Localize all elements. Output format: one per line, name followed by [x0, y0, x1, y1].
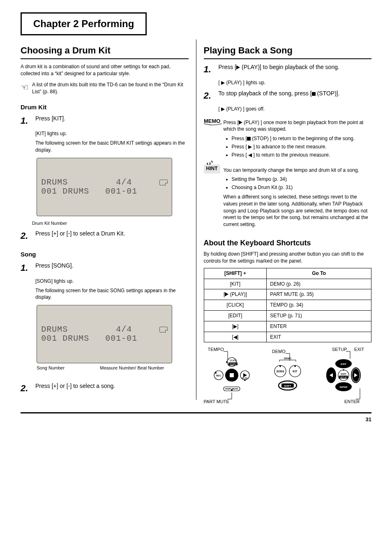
two-column-layout: Choosing a Drum Kit A drum kit is a comb… — [21, 39, 371, 400]
song-step-2: 2. Press [+] or [-] to select a song. — [21, 382, 189, 395]
control-panel-figure: STOP CLICK TEMPO REC PLAY — [204, 351, 372, 400]
lcd-meter-icon — [159, 327, 168, 332]
svg-text:STOP: STOP — [229, 381, 235, 383]
pointing-hand-icon: ☞ — [21, 81, 29, 94]
svg-point-26 — [279, 365, 281, 367]
memo-li-next: Press [ ▶ ] to advance to the next measu… — [232, 143, 372, 150]
play-icon — [236, 65, 240, 69]
lcd-kit-bottom: 001 DRUMS 001-01 — [41, 187, 137, 196]
mode-cluster: SONG KIT DEMO SHIFT DEMO — [267, 353, 308, 398]
dpad-cluster: EXIT ENTER EDIT SETUP — [319, 351, 368, 400]
svg-text:PLAY: PLAY — [242, 377, 248, 379]
lcd-kit-screen: DRUMS 4/4 001 DRUMS 001-01 — [37, 158, 172, 216]
lcd-meter-icon — [159, 180, 168, 185]
svg-text:SHIFT: SHIFT — [284, 385, 291, 387]
table-head-shift: [SHIFT] + — [204, 268, 267, 279]
cell-right: [▶] — [204, 321, 267, 332]
step-number: 2. — [21, 230, 35, 242]
kit-step-1: 1. Press [KIT]. — [21, 115, 189, 127]
svg-text:KIT: KIT — [293, 370, 297, 373]
svg-text:DEMO: DEMO — [284, 357, 291, 360]
table-row: [KIT] DEMO (p. 26) — [204, 279, 371, 289]
right-column: Playing Back a Song 1. Press [ (PLAY)] t… — [196, 39, 372, 400]
hint-p1: You can temporarily change the tempo and… — [224, 167, 372, 174]
table-row: [CLICK] TEMPO (p. 34) — [204, 300, 371, 311]
callout-exit: EXIT — [354, 346, 364, 353]
song-step-1: 1. Press [SONG]. — [21, 262, 189, 275]
svg-point-29 — [294, 365, 296, 367]
svg-text:TEMPO: TEMPO — [229, 363, 237, 365]
play-step-1: 1. Press [ (PLAY)] to begin playback of … — [204, 63, 372, 76]
svg-text:EDIT: EDIT — [341, 373, 346, 375]
play-icon — [239, 120, 242, 125]
left-column: Choosing a Drum Kit A drum kit is a comb… — [21, 39, 196, 400]
cell-kit: [KIT] — [204, 279, 267, 289]
step-number: 1. — [21, 115, 35, 127]
kit-step-2: 2. Press [+] or [-] to select a Drum Kit… — [21, 230, 189, 242]
cell-left: [◀] — [204, 332, 267, 342]
lcd-song-top: DRUMS 4/4 — [41, 325, 132, 334]
shortcuts-intro: By holding down [SHIFT] and pressing ano… — [204, 251, 372, 265]
hint-icon: HINT — [204, 164, 220, 173]
memo-row: MEMO Press [ (PLAY) ] once more to begin… — [204, 117, 372, 160]
subheading-drum-kit: Drum Kit — [21, 103, 189, 111]
cell-tempo: TEMPO (p. 34) — [267, 300, 371, 311]
step-text: To stop playback of the song, press [ (S… — [219, 90, 372, 98]
kit-step1-result-a: [KIT] lights up. — [35, 130, 189, 137]
shortcuts-table: [SHIFT] + Go To [KIT] DEMO (p. 26) [ (PL… — [204, 268, 372, 343]
svg-rect-6 — [230, 373, 234, 377]
svg-text:ENTER: ENTER — [340, 386, 348, 388]
svg-text:SONG: SONG — [276, 370, 284, 373]
svg-text:REC: REC — [216, 374, 221, 377]
svg-point-18 — [244, 379, 246, 381]
hint-li-tempo: Setting the Tempo (p. 34) — [232, 176, 372, 183]
cell-click: [CLICK] — [204, 300, 267, 311]
cell-partmute: PART MUTE (p. 35) — [267, 289, 371, 300]
cell-exit: EXIT — [267, 332, 371, 342]
callout-partmute: PART MUTE — [204, 399, 229, 405]
page-number: 31 — [366, 416, 371, 423]
svg-point-54 — [343, 369, 344, 371]
kit-intro: A drum kit is a combination of sound and… — [21, 63, 189, 77]
step-text: Press [SONG]. — [35, 262, 189, 270]
callout-setup: SETUP — [332, 346, 347, 353]
svg-text:SETUP: SETUP — [340, 376, 347, 379]
chapter-heading: Chapter 2 Performing — [21, 12, 147, 35]
svg-text:EXIT: EXIT — [341, 363, 346, 365]
cell-play: [ (PLAY)] — [204, 289, 267, 300]
cell-edit: [EDIT] — [204, 310, 267, 321]
kit-step1-result-b: The following screen for the basic DRUM … — [35, 140, 189, 154]
cell-demo: DEMO (p. 26) — [267, 279, 371, 289]
table-head-goto: Go To — [267, 268, 371, 279]
play-icon — [225, 292, 228, 296]
song-step1-result-a: [SONG] lights up. — [35, 278, 189, 285]
hint-p2: When a different song is selected, these… — [224, 194, 372, 228]
callout-tempo: TEMPO — [208, 346, 224, 353]
cell-enter: ENTER — [267, 321, 371, 332]
play-step-2: 2. To stop playback of the song, press [… — [204, 90, 372, 102]
page-footer: 31 — [21, 412, 371, 423]
table-row: [EDIT] SETUP (p. 71) — [204, 310, 371, 321]
step-text: Press [ (PLAY)] to begin playback of the… — [219, 63, 372, 72]
svg-text:MEMO: MEMO — [204, 118, 220, 124]
lcd-song-bottom: 001 DRUMS 001-01 — [41, 334, 137, 343]
table-row: [▶] ENTER — [204, 321, 371, 332]
hand-note-text: A list of the drum kits built into the T… — [32, 81, 189, 95]
callout-enter: ENTER — [344, 399, 360, 405]
lcd-song-screen: DRUMS 4/4 001 DRUMS 001-01 — [37, 305, 172, 363]
hand-note-row: ☞ A list of the drum kits built into the… — [21, 81, 189, 95]
play-step2-result: [ ▶ (PLAY) ] goes off. — [219, 106, 372, 113]
song-step1-result-b: The following screen for the basic SONG … — [35, 287, 189, 301]
step-text: Press [KIT]. — [35, 115, 189, 123]
section-choosing-kit: Choosing a Drum Kit — [21, 44, 189, 60]
svg-text:PART MUTE: PART MUTE — [225, 388, 238, 390]
svg-point-9 — [226, 361, 228, 363]
memo-icon: MEMO — [204, 117, 220, 126]
stop-icon — [247, 137, 251, 141]
step-number: 1. — [204, 63, 219, 76]
memo-li-stop: Press [ (STOP) ] to return to the beginn… — [232, 135, 372, 142]
section-playing-song: Playing Back a Song — [204, 44, 372, 60]
memo-li-prev: Press [ ◀ ] to return to the previous me… — [232, 152, 372, 159]
step-number: 2. — [21, 382, 35, 395]
cell-setup: SETUP (p. 71) — [267, 310, 371, 321]
